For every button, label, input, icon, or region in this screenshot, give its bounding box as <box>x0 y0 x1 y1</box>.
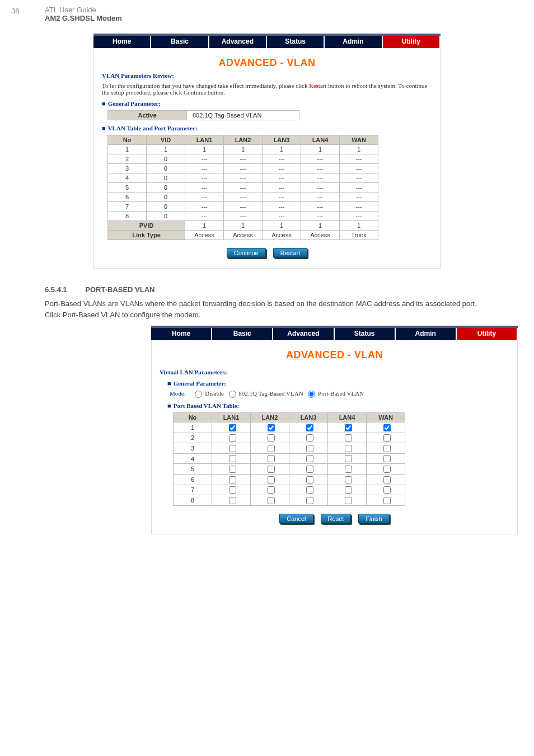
tab-home-2[interactable]: Home <box>151 328 212 340</box>
checkbox-wan[interactable] <box>383 486 391 494</box>
checkbox-lan3[interactable] <box>306 424 313 431</box>
port-based-table: No LAN1 LAN2 LAN3 LAN4 WAN 12345678 <box>173 412 405 506</box>
checkbox-wan[interactable] <box>383 455 391 462</box>
checkbox-lan4[interactable] <box>345 497 352 504</box>
cell-lan1: --- <box>185 164 224 173</box>
checkbox-lan2[interactable] <box>268 476 275 483</box>
tab-utility-2[interactable]: Utility <box>457 328 518 340</box>
checkbox-wan[interactable] <box>383 476 391 483</box>
cell-wan <box>367 485 405 495</box>
checkbox-lan3[interactable] <box>306 445 313 452</box>
checkbox-lan3[interactable] <box>306 497 313 504</box>
checkbox-lan1[interactable] <box>229 466 236 473</box>
doc-title-2: AM2 G.SHDSL Modem <box>45 14 122 22</box>
tab-basic[interactable]: Basic <box>151 36 209 48</box>
tab-advanced-2[interactable]: Advanced <box>273 328 334 340</box>
checkbox-lan2[interactable] <box>268 445 275 452</box>
cell-lan4: --- <box>301 154 340 164</box>
checkbox-wan[interactable] <box>383 424 391 431</box>
port-table-header: No LAN1 LAN2 LAN3 LAN4 WAN <box>174 412 405 422</box>
checkbox-lan2[interactable] <box>268 486 275 494</box>
checkbox-lan4[interactable] <box>345 466 352 473</box>
cell-no: 3 <box>108 164 147 173</box>
checkbox-lan1[interactable] <box>229 455 236 462</box>
checkbox-wan[interactable] <box>383 497 391 504</box>
checkbox-lan4[interactable] <box>345 445 352 452</box>
checkbox-lan1[interactable] <box>229 434 236 442</box>
checkbox-lan4[interactable] <box>345 476 352 483</box>
checkbox-lan2[interactable] <box>268 424 275 431</box>
vt-heading-label: VLAN Table and Port Parameter: <box>108 125 198 132</box>
checkbox-lan1[interactable] <box>229 445 236 452</box>
mode-radio-tag[interactable] <box>229 391 236 398</box>
cell-lan2 <box>251 495 289 506</box>
tab-basic-2[interactable]: Basic <box>212 328 273 340</box>
checkbox-wan[interactable] <box>383 466 391 473</box>
tab-status-2[interactable]: Status <box>335 328 396 340</box>
checkbox-lan4[interactable] <box>345 486 352 494</box>
tab-status[interactable]: Status <box>267 36 325 48</box>
cell-lan2 <box>251 485 289 495</box>
tab-utility[interactable]: Utility <box>383 36 441 48</box>
col2-lan3: LAN3 <box>289 412 328 422</box>
cell-lan3 <box>289 433 328 443</box>
table-row: 2 <box>174 433 405 443</box>
pvid-lan4: 1 <box>301 221 340 231</box>
table-row: 6 <box>174 474 405 485</box>
cell-wan: --- <box>340 212 378 221</box>
checkbox-lan2[interactable] <box>268 497 275 504</box>
checkbox-lan3[interactable] <box>306 434 313 442</box>
checkbox-lan2[interactable] <box>268 455 275 462</box>
checkbox-lan2[interactable] <box>268 434 275 442</box>
col-no: No <box>108 135 147 145</box>
checkbox-lan3[interactable] <box>306 476 313 483</box>
section-number: 6.5.4.1 <box>45 285 67 294</box>
cell-lan4: 1 <box>301 145 340 154</box>
checkbox-lan3[interactable] <box>306 486 313 494</box>
cell-no: 6 <box>174 474 212 485</box>
cell-lan4: --- <box>301 212 340 221</box>
checkbox-lan1[interactable] <box>229 476 236 483</box>
table-row: 20--------------- <box>108 154 378 164</box>
cell-lan2: --- <box>224 183 263 192</box>
restart-button[interactable]: Restart <box>273 248 307 258</box>
tab-home[interactable]: Home <box>93 36 151 48</box>
checkbox-lan1[interactable] <box>229 497 236 504</box>
reset-button[interactable]: Reset <box>321 514 352 524</box>
cell-wan: --- <box>340 183 378 192</box>
continue-button[interactable]: Continue <box>227 248 266 258</box>
checkbox-lan3[interactable] <box>306 455 313 462</box>
col-lan1: LAN1 <box>185 135 224 145</box>
checkbox-lan1[interactable] <box>229 424 236 431</box>
checkbox-lan4[interactable] <box>345 455 352 462</box>
general-parameter-heading: ■General Parameter: <box>102 100 432 107</box>
cancel-button[interactable]: Cancel <box>279 514 313 524</box>
mode-radio-disable[interactable] <box>195 391 202 398</box>
cell-wan <box>367 474 405 485</box>
cell-no: 1 <box>174 422 212 433</box>
cell-lan2 <box>251 422 289 433</box>
tab-admin-2[interactable]: Admin <box>396 328 457 340</box>
cell-wan: --- <box>340 154 378 164</box>
tab-admin[interactable]: Admin <box>325 36 382 48</box>
table-row: 40--------------- <box>108 173 378 183</box>
cell-lan1 <box>212 474 251 485</box>
cell-lan1 <box>212 485 251 495</box>
tab-advanced[interactable]: Advanced <box>209 36 267 48</box>
checkbox-wan[interactable] <box>383 445 391 452</box>
gp-active-value: 802.1Q Tag-Based VLAN <box>187 111 299 120</box>
mode-radio-port[interactable] <box>308 391 315 398</box>
cell-lan1: --- <box>185 212 224 221</box>
checkbox-wan[interactable] <box>383 434 391 442</box>
cell-lan4: --- <box>301 164 340 173</box>
linktype-lan2: Access <box>224 231 263 240</box>
cell-no: 4 <box>108 173 147 183</box>
col-wan: WAN <box>340 135 378 145</box>
checkbox-lan4[interactable] <box>345 424 352 431</box>
finish-button[interactable]: Finish <box>358 514 389 524</box>
checkbox-lan2[interactable] <box>268 466 275 473</box>
checkbox-lan4[interactable] <box>345 434 352 442</box>
cell-wan: --- <box>340 173 378 183</box>
checkbox-lan1[interactable] <box>229 486 236 494</box>
checkbox-lan3[interactable] <box>306 466 313 473</box>
